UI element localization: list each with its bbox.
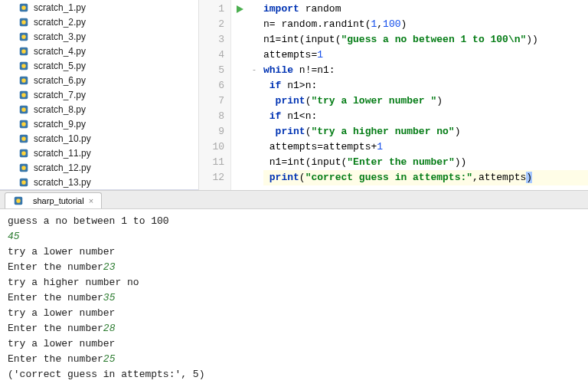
python-file-icon bbox=[18, 61, 29, 71]
fold-toggle bbox=[248, 17, 260, 32]
console-line: 45 bbox=[8, 229, 580, 244]
fold-toggle bbox=[248, 109, 260, 124]
code-line[interactable]: if n1<n: bbox=[263, 109, 588, 124]
python-file-icon bbox=[18, 2, 29, 13]
svg-rect-30 bbox=[16, 198, 20, 202]
file-label: scratch_6.py bbox=[34, 75, 86, 86]
svg-rect-7 bbox=[21, 49, 25, 53]
console-line: Enter the number28 bbox=[8, 321, 580, 336]
code-line[interactable]: print("try a lower number ") bbox=[263, 93, 588, 109]
console-line: try a higher number no bbox=[8, 275, 580, 290]
code-editor[interactable]: 123456789101112 - import randomn= random… bbox=[199, 0, 588, 190]
code-line[interactable]: print("try a higher number no") bbox=[263, 124, 588, 139]
console-tab-bar[interactable]: sharp_tutorial × bbox=[0, 190, 588, 209]
run-console-output[interactable]: guess a no between 1 to 10045try a lower… bbox=[0, 209, 588, 387]
file-label: scratch_10.py bbox=[34, 133, 91, 144]
fold-toggle[interactable]: - bbox=[248, 63, 260, 78]
python-file-icon bbox=[18, 162, 29, 173]
file-item[interactable]: scratch_6.py bbox=[0, 73, 198, 87]
run-icon[interactable] bbox=[235, 5, 244, 14]
console-tab[interactable]: sharp_tutorial × bbox=[5, 192, 102, 208]
fold-toggle bbox=[248, 170, 260, 185]
run-gutter[interactable] bbox=[231, 0, 248, 190]
python-file-icon bbox=[13, 195, 24, 206]
file-item[interactable]: scratch_1.py bbox=[0, 0, 198, 15]
console-line: Enter the number23 bbox=[8, 260, 580, 275]
file-label: scratch_4.py bbox=[34, 46, 86, 57]
fold-toggle bbox=[248, 155, 260, 170]
file-label: scratch_8.py bbox=[34, 104, 86, 115]
console-line: Enter the number25 bbox=[8, 352, 580, 367]
python-file-icon bbox=[18, 148, 29, 159]
python-file-icon bbox=[18, 31, 29, 42]
project-sidebar[interactable]: scratch_1.pyscratch_2.pyscratch_3.pyscra… bbox=[0, 0, 199, 190]
svg-rect-9 bbox=[21, 64, 25, 67]
fold-gutter[interactable]: - bbox=[248, 0, 260, 190]
close-icon[interactable]: × bbox=[89, 196, 93, 205]
code-line[interactable]: attempts=attempts+1 bbox=[263, 139, 588, 155]
svg-marker-28 bbox=[237, 5, 243, 13]
svg-rect-19 bbox=[21, 136, 25, 140]
python-file-icon bbox=[18, 133, 29, 144]
code-line[interactable]: attempts=1 bbox=[263, 48, 588, 63]
console-line: try a lower number bbox=[8, 306, 580, 321]
file-item[interactable]: scratch_3.py bbox=[0, 29, 198, 44]
code-line[interactable]: n= random.randint(1,100) bbox=[263, 17, 588, 32]
svg-rect-23 bbox=[21, 166, 25, 169]
svg-rect-25 bbox=[21, 180, 25, 184]
fold-toggle bbox=[248, 93, 260, 109]
file-label: scratch_3.py bbox=[34, 31, 86, 42]
fold-toggle bbox=[248, 139, 260, 155]
file-item[interactable]: scratch_12.py bbox=[0, 160, 198, 175]
python-file-icon bbox=[18, 104, 29, 115]
code-line[interactable]: print("correct guess in attempts:",attem… bbox=[263, 170, 588, 185]
svg-rect-11 bbox=[21, 78, 25, 82]
console-line: try a lower number bbox=[8, 244, 580, 260]
file-label: scratch_5.py bbox=[34, 61, 86, 71]
console-line: ('correct guess in attempts:', 5) bbox=[8, 367, 580, 382]
code-line[interactable]: import random bbox=[263, 2, 588, 17]
fold-toggle bbox=[248, 2, 260, 17]
svg-rect-21 bbox=[21, 151, 25, 155]
console-tab-label: sharp_tutorial bbox=[33, 196, 84, 205]
fold-toggle bbox=[248, 78, 260, 93]
file-label: scratch_11.py bbox=[34, 148, 91, 159]
python-file-icon bbox=[18, 119, 29, 130]
svg-rect-1 bbox=[21, 5, 25, 9]
fold-toggle bbox=[248, 48, 260, 63]
file-item[interactable]: scratch_11.py bbox=[0, 146, 198, 160]
file-label: scratch_2.py bbox=[34, 17, 86, 28]
file-label: scratch_13.py bbox=[34, 177, 91, 188]
code-line[interactable]: n1=int(input("Enter the number")) bbox=[263, 155, 588, 170]
python-file-icon bbox=[18, 17, 29, 28]
svg-rect-3 bbox=[21, 20, 25, 24]
file-item[interactable]: scratch_9.py bbox=[0, 116, 198, 131]
console-line: try a lower number bbox=[8, 336, 580, 352]
svg-rect-13 bbox=[21, 93, 25, 97]
file-item[interactable]: scratch_4.py bbox=[0, 44, 198, 58]
svg-rect-17 bbox=[21, 122, 25, 126]
line-number-gutter: 123456789101112 bbox=[199, 0, 231, 190]
file-label: scratch_9.py bbox=[34, 119, 86, 130]
file-label: scratch_7.py bbox=[34, 90, 86, 100]
python-file-icon bbox=[18, 46, 29, 57]
code-line[interactable]: while n!=n1: bbox=[263, 63, 588, 78]
console-line: guess a no between 1 to 100 bbox=[8, 214, 580, 229]
file-item[interactable]: scratch_8.py bbox=[0, 102, 198, 116]
fold-toggle bbox=[248, 124, 260, 139]
file-item[interactable]: scratch_13.py bbox=[0, 175, 198, 189]
svg-rect-15 bbox=[21, 107, 25, 111]
file-item[interactable]: scratch_10.py bbox=[0, 131, 198, 146]
python-file-icon bbox=[18, 75, 29, 86]
file-item[interactable]: scratch_5.py bbox=[0, 58, 198, 73]
python-file-icon bbox=[18, 90, 29, 100]
file-item[interactable]: scratch_7.py bbox=[0, 87, 198, 102]
console-line: Enter the number35 bbox=[8, 290, 580, 306]
fold-toggle bbox=[248, 32, 260, 48]
file-item[interactable]: scratch_2.py bbox=[0, 15, 198, 29]
code-area[interactable]: import randomn= random.randint(1,100)n1=… bbox=[260, 0, 588, 190]
python-file-icon bbox=[18, 177, 29, 188]
code-line[interactable]: if n1>n: bbox=[263, 78, 588, 93]
code-line[interactable]: n1=int(input("guess a no between 1 to 10… bbox=[263, 32, 588, 48]
svg-rect-5 bbox=[21, 34, 25, 38]
